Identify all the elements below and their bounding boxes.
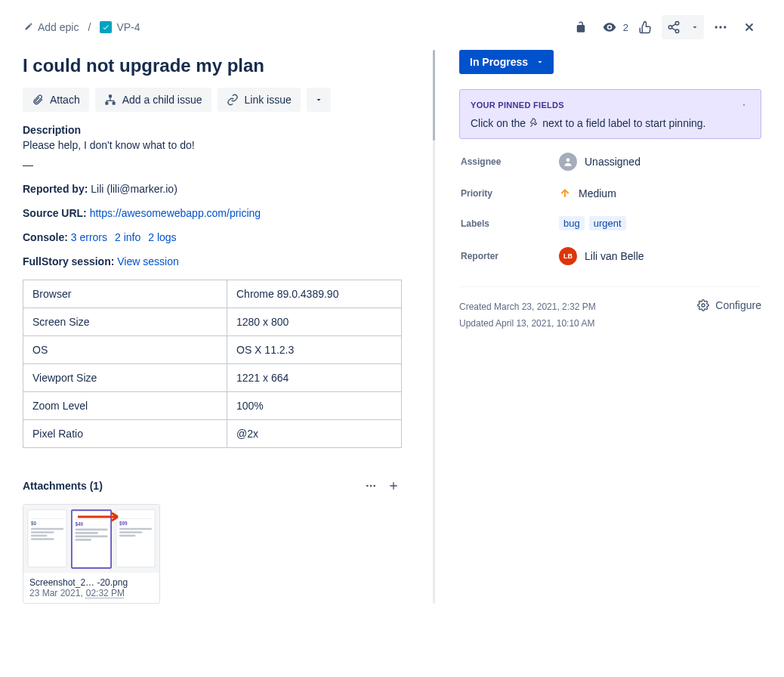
svg-point-12 <box>566 158 570 162</box>
add-child-issue-button[interactable]: Add a child issue <box>95 88 211 112</box>
attachments-add-button[interactable] <box>383 475 404 496</box>
link-issue-label: Link issue <box>245 94 292 106</box>
table-row: Screen Size1280 x 800 <box>23 308 402 336</box>
reporter-value: Lili van Belle <box>585 250 644 262</box>
console-line: Console: 3 errors 2 info 2 logs <box>23 231 404 243</box>
unassigned-avatar-icon <box>559 153 577 171</box>
assignee-value: Unassigned <box>585 156 640 168</box>
close-icon <box>742 100 745 110</box>
gear-icon <box>697 299 709 311</box>
eye-icon <box>602 20 617 35</box>
console-errors-link[interactable]: 3 errors <box>71 231 107 243</box>
pinned-fields-description: Click on the next to a field label to st… <box>471 117 750 129</box>
description-dash: — <box>23 159 404 171</box>
reported-by-value: Lili (lili@marker.io) <box>91 183 177 195</box>
attachment-card[interactable]: $0 $49 $99 Screenshot_2… -20.png 23 Mar … <box>23 504 160 604</box>
add-epic-breadcrumb[interactable]: Add epic <box>23 18 80 36</box>
priority-row[interactable]: Priority Medium <box>461 187 760 199</box>
link-icon <box>227 94 239 106</box>
reporter-avatar: LB <box>559 247 577 265</box>
chevron-down-icon <box>536 57 545 66</box>
assignee-row[interactable]: Assignee Unassigned <box>461 153 760 171</box>
updated-date: Updated April 13, 2021, 10:10 AM <box>459 316 596 332</box>
lock-button[interactable] <box>569 15 593 39</box>
table-row: Viewport Size1221 x 664 <box>23 364 402 392</box>
console-info-link[interactable]: 2 info <box>115 231 140 243</box>
table-cell-value: @2x <box>227 420 402 448</box>
priority-value: Medium <box>579 187 616 199</box>
status-label: In Progress <box>470 56 528 68</box>
more-horizontal-icon <box>713 20 728 35</box>
child-issue-icon <box>104 94 116 106</box>
annotation-arrow-icon <box>76 511 129 523</box>
source-url-label: Source URL: <box>23 207 87 219</box>
close-button[interactable] <box>737 15 761 39</box>
configure-label: Configure <box>715 299 761 311</box>
vote-button[interactable] <box>633 15 657 39</box>
labels-row[interactable]: Labels bug urgent <box>461 216 760 230</box>
pinned-fields-title: YOUR PINNED FIELDS <box>471 100 564 110</box>
source-url-link[interactable]: https://awesomewebapp.com/pricing <box>90 207 261 219</box>
attachment-filename: Screenshot_2… -20.png <box>29 577 153 588</box>
more-quick-actions-button[interactable] <box>307 88 331 112</box>
table-cell-key: Screen Size <box>23 308 227 336</box>
table-cell-key: OS <box>23 336 227 364</box>
issue-key-breadcrumb[interactable]: VP-4 <box>98 18 141 36</box>
breadcrumb: Add epic / VP-4 <box>23 18 142 36</box>
table-row: BrowserChrome 89.0.4389.90 <box>23 280 402 308</box>
table-cell-value: 100% <box>227 392 402 420</box>
pin-icon <box>529 118 539 128</box>
svg-point-5 <box>724 26 726 28</box>
label-chip[interactable]: bug <box>559 216 585 230</box>
fullstory-line: FullStory session: View session <box>23 255 404 267</box>
watch-button[interactable] <box>597 15 622 39</box>
issue-key-label: VP-4 <box>116 21 140 33</box>
pinned-fields-box: YOUR PINNED FIELDS Click on the next to … <box>459 89 761 139</box>
table-cell-key: Zoom Level <box>23 392 227 420</box>
unlock-icon <box>574 20 588 34</box>
svg-point-13 <box>702 304 705 307</box>
fullstory-link[interactable]: View session <box>117 255 178 267</box>
watch-count: 2 <box>623 22 628 33</box>
description-text[interactable]: Please help, I don't know what to do! <box>23 139 404 151</box>
labels-label: Labels <box>461 218 559 229</box>
description-heading: Description <box>23 124 404 136</box>
attachment-icon <box>32 94 44 106</box>
svg-point-11 <box>373 485 375 487</box>
attachments-more-button[interactable] <box>360 475 381 496</box>
svg-rect-6 <box>109 94 112 97</box>
svg-rect-8 <box>112 102 115 105</box>
breadcrumb-separator: / <box>88 21 91 33</box>
status-dropdown[interactable]: In Progress <box>459 50 554 74</box>
svg-point-9 <box>366 485 369 487</box>
resize-handle[interactable] <box>433 50 435 604</box>
pinned-close-button[interactable] <box>738 99 750 111</box>
label-chip[interactable]: urgent <box>589 216 626 230</box>
assignee-label: Assignee <box>461 156 559 167</box>
chevron-down-icon <box>690 23 699 32</box>
link-issue-button[interactable]: Link issue <box>218 88 301 112</box>
table-cell-value: 1221 x 664 <box>227 364 402 392</box>
svg-point-0 <box>675 22 679 26</box>
reporter-row[interactable]: Reporter LB Lili van Belle <box>461 247 760 265</box>
table-row: OSOS X 11.2.3 <box>23 336 402 364</box>
source-url-line: Source URL: https://awesomewebapp.com/pr… <box>23 207 404 219</box>
table-row: Pixel Ratio@2x <box>23 420 402 448</box>
issue-title[interactable]: I could not upgrade my plan <box>23 54 404 77</box>
chevron-down-icon <box>314 95 323 104</box>
share-dropdown-button[interactable] <box>686 15 704 39</box>
table-cell-value: 1280 x 800 <box>227 308 402 336</box>
share-button[interactable] <box>662 15 686 39</box>
more-horizontal-icon <box>365 479 377 493</box>
pencil-icon <box>24 21 33 33</box>
priority-medium-icon <box>559 187 571 199</box>
attachment-thumbnail: $0 $49 $99 <box>23 505 159 573</box>
created-date: Created March 23, 2021, 2:32 PM <box>459 299 596 316</box>
issue-details: Assignee Unassigned Priority Medi <box>459 153 761 265</box>
configure-button[interactable]: Configure <box>697 299 761 311</box>
console-logs-link[interactable]: 2 logs <box>148 231 176 243</box>
more-actions-button[interactable] <box>708 15 733 39</box>
svg-point-3 <box>715 26 718 28</box>
priority-label: Priority <box>461 188 559 199</box>
attach-button[interactable]: Attach <box>23 88 89 112</box>
